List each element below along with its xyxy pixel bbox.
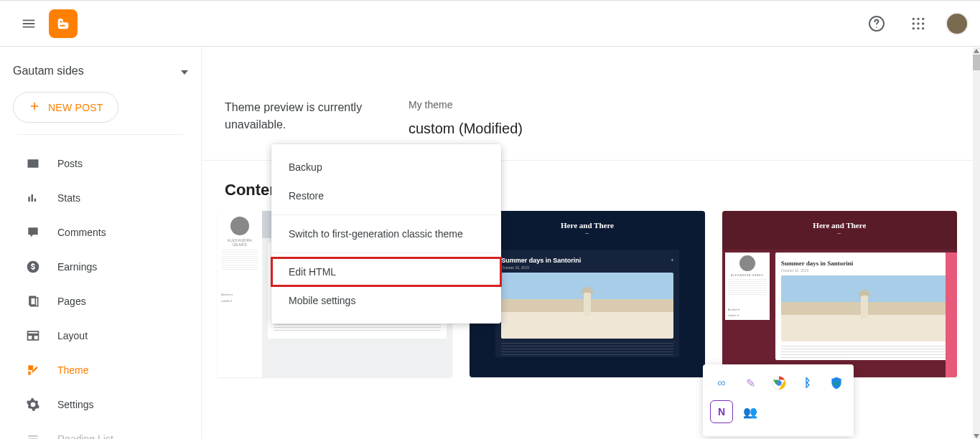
card-blog-title: Here and There [470, 221, 704, 230]
card-blog-title-2: Here and There [722, 221, 957, 230]
app-teams[interactable]: 👥 [739, 400, 762, 423]
posts-icon [24, 156, 42, 171]
svg-point-10 [922, 27, 924, 29]
account-avatar[interactable] [946, 12, 969, 35]
theme-name: custom (Modified) [409, 121, 523, 137]
card-author: ALEXANDRA GEARS [221, 238, 258, 247]
current-theme-meta: My theme custom (Modified) [409, 99, 523, 137]
pages-icon [24, 294, 42, 308]
card-post-date-2: October 10, 2015 [781, 268, 948, 273]
header-right [862, 9, 969, 38]
app-defender[interactable] [825, 372, 848, 395]
nav-label: Comments [57, 227, 106, 238]
card-post-date: October 10, 2015 [501, 265, 673, 270]
sidebar-item-layout[interactable]: Layout [0, 318, 201, 353]
sidebar-item-stats[interactable]: Stats [0, 181, 201, 215]
svg-point-2 [913, 17, 915, 19]
card-author-2: ALEXANDRA GEARS [728, 273, 767, 277]
nav-label: Earnings [57, 261, 97, 273]
theme-card-rose[interactable]: Here and There — ALEXANDRA GEARS Archive… [722, 211, 957, 377]
card-post-title-2: Summer days in Santorini [781, 260, 948, 267]
nav-label: Settings [57, 399, 94, 410]
comments-icon [24, 225, 42, 240]
scroll-thumb[interactable] [973, 55, 980, 70]
menu-restore[interactable]: Restore [271, 181, 501, 210]
blog-name: Gautam sides [13, 65, 84, 77]
nav-label: Posts [57, 158, 83, 169]
my-theme-label: My theme [409, 99, 523, 110]
card-post-title: Summer days in Santorini [501, 257, 581, 264]
sidebar: Gautam sides NEW POST Posts Stats Commen… [0, 47, 201, 439]
nav-label: Pages [57, 296, 86, 307]
menu-switch-classic[interactable]: Switch to first-generation classic theme [271, 220, 501, 248]
svg-point-7 [922, 22, 924, 24]
hamburger-icon[interactable] [11, 6, 46, 41]
vertical-scrollbar[interactable] [973, 47, 980, 439]
theme-icon [24, 363, 42, 377]
sidebar-item-pages[interactable]: Pages [0, 284, 201, 318]
sidebar-item-comments[interactable]: Comments [0, 215, 201, 250]
svg-point-8 [913, 27, 915, 29]
chevron-down-icon [181, 65, 188, 77]
blog-selector[interactable]: Gautam sides [0, 59, 201, 86]
menu-mobile-settings[interactable]: Mobile settings [271, 286, 501, 315]
card-blog-subtitle: — [470, 231, 704, 235]
scroll-down-icon[interactable] [973, 433, 980, 439]
card-blog-subtitle-2: — [722, 231, 957, 235]
help-icon[interactable] [862, 9, 891, 38]
sidebar-item-settings[interactable]: Settings [0, 387, 201, 422]
svg-point-5 [913, 22, 915, 24]
nav-label: Stats [57, 192, 80, 204]
sidebar-item-reading-list[interactable]: Reading List [0, 422, 201, 439]
earnings-icon [24, 260, 42, 274]
svg-point-4 [922, 17, 924, 19]
app-bluetooth[interactable]: ᛒ [796, 372, 819, 395]
svg-point-1 [876, 27, 877, 28]
svg-point-6 [917, 22, 919, 24]
scroll-up-icon[interactable] [973, 47, 980, 55]
reading-list-icon [24, 432, 42, 439]
theme-card-dark[interactable]: Archive ▾Labels ▾ Here and There — Summe… [470, 211, 704, 377]
sidebar-nav: Posts Stats Comments Earnings Pages Layo… [0, 135, 201, 439]
nav-label: Theme [57, 364, 89, 376]
new-post-label: NEW POST [48, 102, 103, 113]
header [0, 1, 980, 47]
menu-edit-html[interactable]: Edit HTML [271, 258, 501, 286]
layout-icon [24, 329, 42, 343]
nav-label: Reading List [57, 433, 113, 439]
menu-backup[interactable]: Backup [271, 153, 501, 181]
apps-grid-icon[interactable] [904, 9, 933, 38]
app-vscode[interactable]: ∞ [710, 372, 733, 395]
stats-icon [24, 191, 42, 205]
new-post-button[interactable]: NEW POST [13, 92, 118, 123]
app-chrome[interactable] [767, 372, 790, 395]
preview-unavailable-message: Theme preview is currently unavailable. [225, 99, 383, 133]
sidebar-item-posts[interactable]: Posts [0, 146, 201, 181]
plus-icon [28, 100, 41, 115]
app-feather[interactable]: ✎ [739, 372, 762, 395]
nav-label: Layout [57, 330, 88, 341]
svg-point-9 [917, 27, 919, 29]
gear-icon [24, 397, 42, 412]
sidebar-item-earnings[interactable]: Earnings [0, 250, 201, 284]
blogger-logo[interactable] [49, 9, 78, 38]
app-onenote[interactable]: N [710, 400, 733, 423]
theme-actions-menu: Backup Restore Switch to first-generatio… [271, 144, 501, 324]
svg-point-3 [917, 17, 919, 19]
sidebar-item-theme[interactable]: Theme [0, 353, 201, 387]
os-tray-popup: ∞ ✎ ᛒ N 👥 [703, 364, 854, 436]
